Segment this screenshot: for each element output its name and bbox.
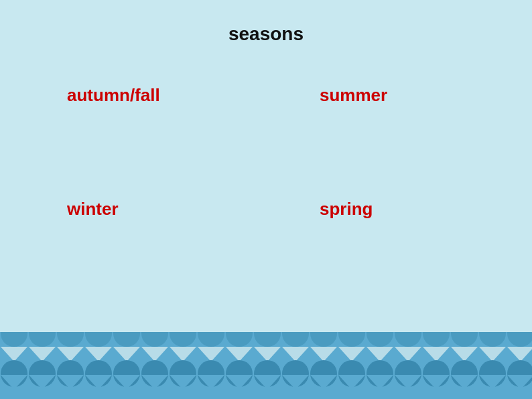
triangle-down [1, 375, 27, 390]
triangle-down [141, 347, 168, 362]
triangle-down [57, 347, 84, 362]
triangle-down [395, 347, 421, 362]
scallop [85, 332, 112, 347]
triangle-down [85, 347, 112, 362]
triangle-down [113, 347, 140, 362]
triangle-down [170, 347, 196, 362]
main-content-area: seasons autumn/fall summer winter spring [0, 0, 532, 332]
triangles-bottom-row [0, 375, 532, 390]
triangle-down [57, 375, 84, 390]
scallop [451, 332, 478, 347]
scallop [479, 332, 506, 347]
triangle-down [29, 347, 56, 362]
scallop [29, 332, 56, 347]
scallop [395, 332, 421, 347]
scallop [507, 332, 532, 347]
triangles-top-row [0, 347, 532, 362]
triangle-down [282, 347, 309, 362]
scallop [310, 332, 337, 347]
triangle-down [113, 375, 140, 390]
scallop [226, 332, 253, 347]
triangle-down [226, 375, 253, 390]
scallop [423, 332, 450, 347]
autumn-fall-label: autumn/fall [67, 85, 160, 106]
triangle-down [29, 375, 56, 390]
scallop [367, 332, 393, 347]
triangle-down [254, 375, 281, 390]
triangle-down [395, 375, 421, 390]
season-autumn-fall: autumn/fall [0, 52, 266, 179]
triangle-down [338, 347, 365, 362]
triangle-down [451, 375, 478, 390]
scallop [170, 332, 196, 347]
scallop [254, 332, 281, 347]
scallops-top-row [0, 332, 532, 347]
triangle-down [310, 347, 337, 362]
bottom-decoration [0, 332, 532, 399]
winter-label: winter [67, 199, 119, 220]
triangle-down [451, 347, 478, 362]
seasons-grid: autumn/fall summer winter spring [0, 52, 532, 306]
scallop [338, 332, 365, 347]
season-summer: summer [266, 52, 532, 179]
triangle-down [338, 375, 365, 390]
scallop [141, 332, 168, 347]
triangle-down [507, 375, 532, 390]
season-spring: spring [266, 179, 532, 306]
triangle-down [85, 375, 112, 390]
triangle-down [310, 375, 337, 390]
triangle-down [423, 347, 450, 362]
triangle-down [198, 375, 224, 390]
triangle-down [198, 347, 224, 362]
scallop [57, 332, 84, 347]
scallop [113, 332, 140, 347]
triangle-down [367, 375, 393, 390]
triangle-down [479, 347, 506, 362]
triangle-down [170, 375, 196, 390]
triangle-down [423, 375, 450, 390]
scallop [1, 332, 27, 347]
page-title: seasons [0, 0, 532, 45]
triangle-down [141, 375, 168, 390]
triangle-down [254, 347, 281, 362]
scallop [282, 332, 309, 347]
triangle-down [226, 347, 253, 362]
scallop [198, 332, 224, 347]
triangle-down [282, 375, 309, 390]
triangle-down [1, 347, 27, 362]
triangle-down [479, 375, 506, 390]
triangle-down [367, 347, 393, 362]
season-winter: winter [0, 179, 266, 306]
summer-label: summer [320, 85, 387, 106]
triangle-down [507, 347, 532, 362]
spring-label: spring [320, 199, 373, 220]
